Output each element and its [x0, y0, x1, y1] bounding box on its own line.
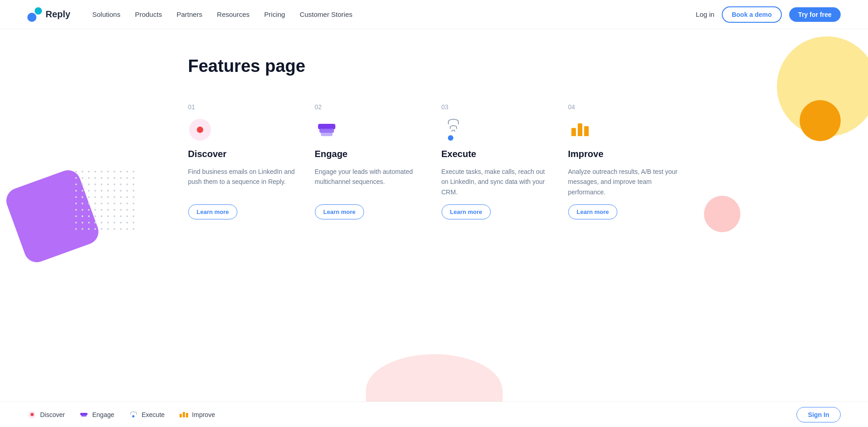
logo-icon: [27, 7, 42, 22]
nav-link-resources[interactable]: Resources: [217, 10, 250, 18]
bottom-nav-discover[interactable]: Discover: [27, 410, 65, 419]
card-number-3: 03: [442, 103, 554, 111]
execute-icon: [442, 118, 465, 142]
card-number-1: 01: [188, 103, 300, 111]
nav-link-customer-stories[interactable]: Customer Stories: [300, 10, 353, 18]
features-grid: 01 Discover Find business emails on Link…: [188, 103, 680, 219]
nav-links: Solutions Products Partners Resources Pr…: [92, 10, 696, 18]
bottom-nav-improve[interactable]: Improve: [179, 410, 215, 419]
feature-card-execute: 03 Execute Execute tasks, make calls, re…: [442, 103, 554, 219]
bottom-discover-icon: [27, 410, 36, 419]
bottom-execute-label: Execute: [142, 411, 165, 418]
book-demo-button[interactable]: Book a demo: [722, 6, 782, 23]
bottom-bar: Discover Engage Execute: [0, 402, 868, 427]
feature-card-engage: 02 Engage Engage your leads with automat…: [315, 103, 427, 219]
bottom-discover-label: Discover: [40, 411, 65, 418]
nav-link-partners[interactable]: Partners: [176, 10, 202, 18]
discover-learn-more-button[interactable]: Learn more: [188, 204, 238, 219]
engage-icon: [315, 118, 339, 142]
deco-dots-pattern: [73, 168, 137, 232]
discover-title: Discover: [188, 149, 300, 159]
improve-learn-more-button[interactable]: Learn more: [568, 204, 618, 219]
improve-title: Improve: [568, 149, 680, 159]
execute-description: Execute tasks, make calls, reach out on …: [442, 167, 554, 197]
engage-learn-more-button[interactable]: Learn more: [315, 204, 365, 219]
bottom-engage-label: Engage: [92, 411, 114, 418]
navbar: Reply Solutions Products Partners Resour…: [0, 0, 868, 29]
card-number-2: 02: [315, 103, 427, 111]
deco-circle-yellow-small: [800, 100, 841, 141]
card-number-4: 04: [568, 103, 680, 111]
bottom-engage-icon: [79, 410, 88, 419]
nav-link-pricing[interactable]: Pricing: [264, 10, 285, 18]
nav-actions: Log in Book a demo Try for free: [696, 6, 841, 23]
deco-circle-pink: [704, 196, 740, 232]
bottom-improve-icon: [179, 410, 188, 419]
features-section: Features page 01 Discover Find business …: [161, 29, 708, 219]
execute-learn-more-button[interactable]: Learn more: [442, 204, 491, 219]
bottom-improve-label: Improve: [192, 411, 215, 418]
discover-icon: [188, 118, 212, 142]
discover-description: Find business emails on LinkedIn and pus…: [188, 167, 300, 197]
sign-in-button[interactable]: Sign In: [796, 407, 841, 422]
try-free-button[interactable]: Try for free: [789, 7, 841, 22]
improve-icon: [568, 118, 592, 142]
engage-title: Engage: [315, 149, 427, 159]
logo-text: Reply: [46, 9, 70, 20]
execute-title: Execute: [442, 149, 554, 159]
login-button[interactable]: Log in: [696, 10, 714, 18]
feature-card-improve: 04 Improve Analyze outreach results, A/B…: [568, 103, 680, 219]
nav-link-solutions[interactable]: Solutions: [92, 10, 120, 18]
nav-logo[interactable]: Reply: [27, 7, 70, 22]
feature-card-discover: 01 Discover Find business emails on Link…: [188, 103, 300, 219]
engage-description: Engage your leads with automated multich…: [315, 167, 427, 197]
bottom-nav-engage[interactable]: Engage: [79, 410, 114, 419]
improve-description: Analyze outreach results, A/B test your …: [568, 167, 680, 197]
nav-link-products[interactable]: Products: [135, 10, 162, 18]
bottom-execute-icon: [129, 410, 138, 419]
bottom-nav-items: Discover Engage Execute: [27, 410, 796, 419]
page-title: Features page: [188, 56, 680, 76]
main-content: Features page 01 Discover Find business …: [0, 0, 868, 427]
bottom-nav-execute[interactable]: Execute: [129, 410, 165, 419]
